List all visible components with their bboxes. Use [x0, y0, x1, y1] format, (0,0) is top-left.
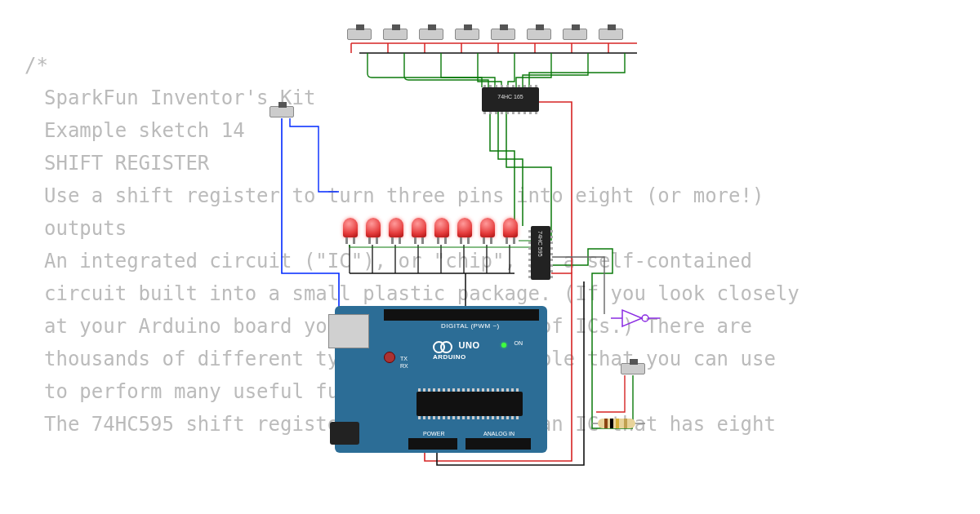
led-icon: [343, 218, 358, 237]
arduino-uno-board: ON TXRX UNO ARDUINO DIGITAL (PWM ~) POWE…: [335, 306, 547, 453]
comment-line: outputs: [24, 212, 127, 245]
analog-label: ANALOG IN: [483, 431, 514, 436]
resistor-icon: [598, 419, 635, 428]
led-icon: [389, 218, 403, 237]
slide-switch-solo-right: [621, 363, 645, 374]
slide-switch: [563, 29, 587, 40]
slide-switch: [383, 29, 408, 40]
led-icon: [434, 218, 449, 237]
led-icon: [503, 218, 518, 237]
slide-switch: [347, 29, 372, 40]
power-label: POWER: [423, 431, 444, 436]
slide-switch-solo-left: [270, 106, 294, 117]
ic-label: 74HC 165: [482, 87, 539, 100]
slide-switch: [455, 29, 479, 40]
board-brand: ARDUINO: [433, 353, 466, 361]
digital-header: [384, 309, 539, 321]
board-name: UNO: [459, 340, 480, 350]
ic-74hc595: 74HC 595: [531, 226, 550, 280]
slide-switch: [599, 29, 623, 40]
svg-marker-1: [622, 310, 642, 326]
digital-label: DIGITAL (PWM ~): [441, 322, 500, 330]
led-icon: [480, 218, 495, 237]
circuit-diagram: 74HC 165 74HC 595 ON: [261, 29, 670, 469]
slide-switch: [491, 29, 515, 40]
comment-line: Example sketch 14: [24, 114, 245, 147]
ic-74hc165: 74HC 165: [482, 87, 539, 112]
comment-line: SHIFT REGISTER: [24, 147, 209, 179]
infinity-icon: [433, 341, 452, 351]
led-icon: [366, 218, 381, 237]
barrel-jack-icon: [330, 422, 359, 445]
power-led-icon: [501, 343, 506, 348]
ic-label: 74HC 595: [531, 226, 543, 257]
led-icon: [412, 218, 426, 237]
slide-switch: [527, 29, 551, 40]
on-label: ON: [514, 340, 523, 346]
reset-button-icon: [384, 352, 395, 363]
analog-header: [466, 438, 531, 450]
txrx-labels: TXRX: [400, 355, 408, 370]
slide-switch: [419, 29, 443, 40]
power-header: [408, 438, 457, 450]
comment-open: /*: [24, 54, 48, 77]
arduino-logo: UNO ARDUINO: [433, 340, 480, 361]
not-gate-icon: [611, 306, 660, 334]
led-icon: [457, 218, 472, 237]
usb-port-icon: [328, 314, 369, 348]
atmega-chip-icon: [416, 392, 523, 416]
switch-row-top: [347, 29, 623, 40]
led-row: [343, 218, 518, 237]
